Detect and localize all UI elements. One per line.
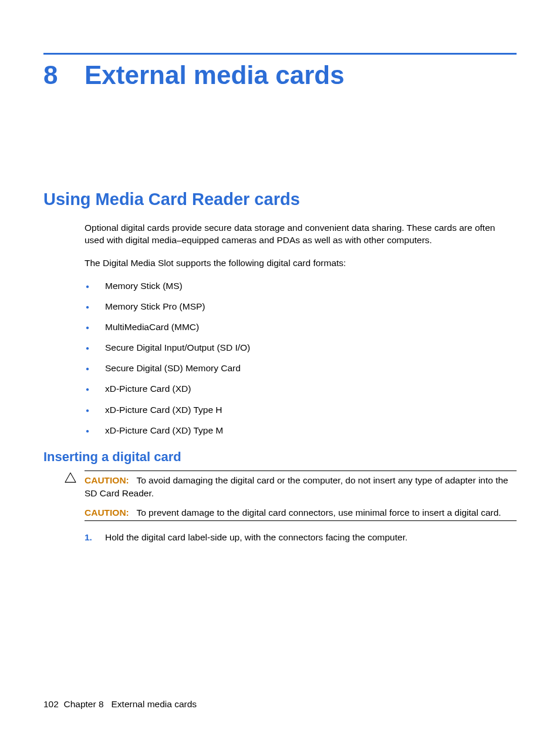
chapter-number: 8 (43, 61, 85, 90)
list-item: xD-Picture Card (XD) Type H (85, 404, 517, 416)
caution-label: CAUTION: (85, 508, 129, 518)
step-text: Hold the digital card label-side up, wit… (105, 532, 407, 542)
footer-chapter-name: External media cards (112, 699, 197, 709)
section-para-2: The Digital Media Slot supports the foll… (85, 257, 517, 270)
format-list: Memory Stick (MS) Memory Stick Pro (MSP)… (85, 280, 517, 436)
list-item: Secure Digital (SD) Memory Card (85, 362, 517, 374)
list-item: MultiMediaCard (MMC) (85, 321, 517, 333)
caution-text-2: To prevent damage to the digital card co… (136, 508, 501, 518)
subsection-heading: Inserting a digital card (43, 449, 517, 465)
footer-chapter-label: Chapter 8 (64, 699, 104, 709)
caution-triangle-icon (65, 472, 76, 483)
section-heading: Using Media Card Reader cards (43, 190, 517, 209)
chapter-title: External media cards (85, 61, 345, 90)
section-para-1: Optional digital cards provide secure da… (85, 222, 517, 247)
page-footer: 102 Chapter 8 External media cards (43, 699, 197, 710)
list-item: Memory Stick (MS) (85, 280, 517, 292)
chapter-top-rule (43, 53, 517, 55)
step-list: 1. Hold the digital card label-side up, … (85, 532, 517, 543)
chapter-header: 8 External media cards (43, 61, 517, 90)
list-item: Secure Digital Input/Output (SD I/O) (85, 342, 517, 354)
caution-rule (85, 471, 517, 471)
list-item: xD-Picture Card (XD) Type M (85, 425, 517, 436)
caution-text-1: To avoid damaging the digital card or th… (85, 475, 508, 498)
caution-para-2: CAUTION: To prevent damage to the digita… (85, 508, 517, 521)
caution-block: CAUTION: To avoid damaging the digital c… (65, 471, 517, 521)
caution-label: CAUTION: (85, 475, 129, 485)
list-item: xD-Picture Card (XD) (85, 383, 517, 395)
caution-para-1: CAUTION: To avoid damaging the digital c… (85, 474, 517, 499)
step-item: 1. Hold the digital card label-side up, … (85, 532, 517, 543)
page-number: 102 (43, 699, 59, 709)
list-item: Memory Stick Pro (MSP) (85, 301, 517, 312)
step-number: 1. (85, 532, 92, 543)
